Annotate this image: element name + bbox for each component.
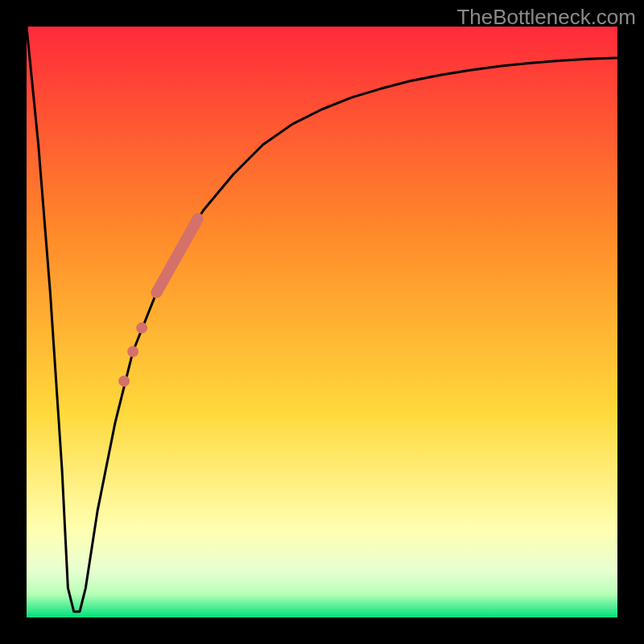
marker-dot-3: [118, 375, 130, 386]
watermark-text: TheBottleneck.com: [456, 5, 636, 30]
marker-dot-1: [136, 322, 147, 333]
chart-plot-area: [27, 27, 617, 617]
chart-frame: TheBottleneck.com: [0, 0, 644, 644]
gradient-background: [27, 27, 617, 617]
chart-svg: [27, 27, 617, 617]
marker-dot-2: [127, 346, 138, 357]
